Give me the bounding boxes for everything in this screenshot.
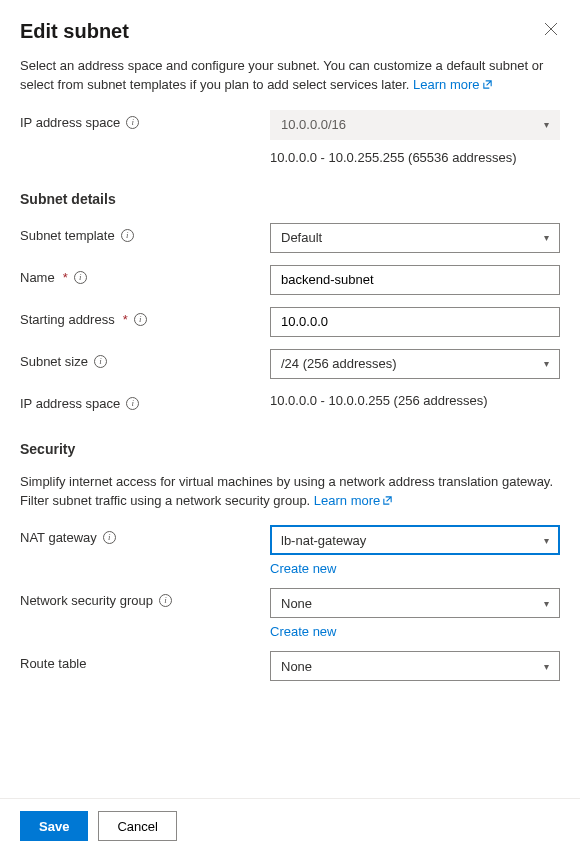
info-icon[interactable]: i [74, 271, 87, 284]
external-link-icon [382, 493, 393, 512]
name-row: Name* i [20, 265, 560, 295]
nat-gateway-label: NAT gateway [20, 530, 97, 545]
intro-text: Select an address space and configure yo… [20, 57, 560, 96]
ip-address-space-row: IP address space i 10.0.0.0/16 ▾ 10.0.0.… [20, 110, 560, 165]
starting-address-input[interactable] [270, 307, 560, 337]
external-link-icon [482, 77, 493, 96]
info-icon[interactable]: i [134, 313, 147, 326]
starting-address-label: Starting address [20, 312, 115, 327]
security-description: Simplify internet access for virtual mac… [20, 473, 560, 512]
subnet-details-heading: Subnet details [20, 191, 560, 207]
info-icon[interactable]: i [121, 229, 134, 242]
security-heading: Security [20, 441, 560, 457]
details-ip-space-row: IP address space i 10.0.0.0 - 10.0.0.255… [20, 391, 560, 411]
close-icon [544, 22, 558, 36]
panel-title: Edit subnet [20, 20, 129, 43]
nat-create-new-link[interactable]: Create new [270, 561, 560, 576]
chevron-down-icon: ▾ [544, 535, 549, 546]
nsg-label: Network security group [20, 593, 153, 608]
info-icon[interactable]: i [126, 116, 139, 129]
close-button[interactable] [542, 20, 560, 40]
subnet-template-label: Subnet template [20, 228, 115, 243]
chevron-down-icon: ▾ [544, 661, 549, 672]
subnet-size-select[interactable]: /24 (256 addresses) ▾ [270, 349, 560, 379]
chevron-down-icon: ▾ [544, 598, 549, 609]
info-icon[interactable]: i [103, 531, 116, 544]
edit-subnet-panel: Edit subnet Select an address space and … [0, 0, 580, 853]
route-table-select[interactable]: None ▾ [270, 651, 560, 681]
subnet-size-label: Subnet size [20, 354, 88, 369]
panel-footer: Save Cancel [0, 798, 580, 853]
nat-gateway-select[interactable]: lb-nat-gateway ▾ [270, 525, 560, 555]
nsg-create-new-link[interactable]: Create new [270, 624, 560, 639]
ip-address-space-select[interactable]: 10.0.0.0/16 ▾ [270, 110, 560, 140]
ip-address-space-label: IP address space [20, 115, 120, 130]
security-learn-more-link[interactable]: Learn more [314, 493, 393, 508]
learn-more-link[interactable]: Learn more [413, 77, 492, 92]
info-icon[interactable]: i [126, 397, 139, 410]
route-table-label: Route table [20, 656, 87, 671]
route-table-row: Route table None ▾ [20, 651, 560, 681]
ip-address-space-helper: 10.0.0.0 - 10.0.255.255 (65536 addresses… [270, 146, 560, 165]
chevron-down-icon: ▾ [544, 232, 549, 243]
subnet-template-row: Subnet template i Default ▾ [20, 223, 560, 253]
subnet-size-row: Subnet size i /24 (256 addresses) ▾ [20, 349, 560, 379]
panel-header: Edit subnet [20, 20, 560, 43]
info-icon[interactable]: i [94, 355, 107, 368]
nat-gateway-row: NAT gateway i lb-nat-gateway ▾ Create ne… [20, 525, 560, 576]
cancel-button[interactable]: Cancel [98, 811, 176, 841]
info-icon[interactable]: i [159, 594, 172, 607]
name-input[interactable] [270, 265, 560, 295]
chevron-down-icon: ▾ [544, 358, 549, 369]
chevron-down-icon: ▾ [544, 119, 549, 130]
nsg-row: Network security group i None ▾ Create n… [20, 588, 560, 639]
starting-address-row: Starting address* i [20, 307, 560, 337]
details-ip-space-label: IP address space [20, 396, 120, 411]
details-ip-space-value: 10.0.0.0 - 10.0.0.255 (256 addresses) [270, 391, 560, 408]
nsg-select[interactable]: None ▾ [270, 588, 560, 618]
save-button[interactable]: Save [20, 811, 88, 841]
subnet-template-select[interactable]: Default ▾ [270, 223, 560, 253]
name-label: Name [20, 270, 55, 285]
